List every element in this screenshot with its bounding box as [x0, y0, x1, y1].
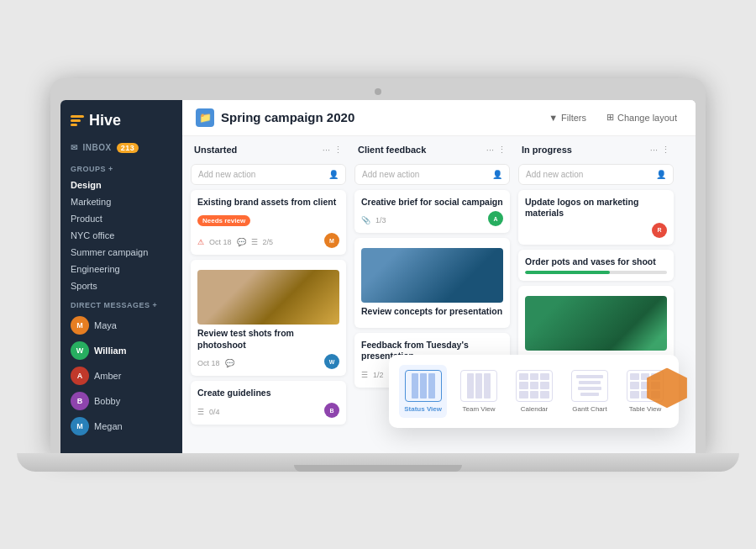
view-icon-team	[460, 370, 497, 402]
view-option-gantt[interactable]: Gantt Chart	[566, 365, 613, 418]
column-header-unstarted: Unstarted ··· ⋮	[191, 145, 346, 159]
card-order-pots[interactable]: Order pots and vases for shoot	[518, 250, 674, 282]
sidebar-nav-design[interactable]: Design	[60, 177, 182, 193]
gc1	[519, 373, 528, 381]
dm-bobby[interactable]: B Bobby	[60, 388, 182, 414]
add-action-label-f: Add new action	[362, 170, 419, 179]
filter-icon: ▼	[549, 113, 558, 123]
gc8	[530, 391, 539, 399]
sidebar-inbox[interactable]: ✉ INBOX 213	[60, 138, 182, 158]
sidebar-nav-product[interactable]: Product	[60, 210, 182, 227]
view-col-1	[412, 373, 418, 399]
add-action-label: Add new action	[198, 170, 255, 179]
avatar-william: W	[71, 341, 89, 360]
card-title-brief: Creative brief for social campaign	[361, 197, 503, 209]
dm-megan[interactable]: M Megan	[60, 414, 182, 439]
sidebar-nav-engineering[interactable]: Engineering	[60, 261, 182, 277]
card-image-photoshoot	[197, 270, 339, 325]
gc3	[540, 373, 549, 381]
dm-section-label: DIRECT MESSAGES +	[60, 294, 182, 313]
gc4	[519, 382, 528, 389]
column-actions-unstarted: ··· ⋮	[323, 145, 343, 156]
column-menu-icon-f[interactable]: ⋮	[497, 145, 507, 156]
dm-bobby-name: Bobby	[94, 396, 120, 406]
dm-amber[interactable]: A Amber	[60, 363, 182, 388]
view-label-gantt: Gantt Chart	[572, 405, 606, 413]
avatar-maya: M	[71, 316, 89, 335]
card-meta-tuesday: ☰ 1/2	[361, 371, 384, 379]
view-grid-calendar	[519, 373, 549, 399]
change-layout-button[interactable]: ⊞ Change layout	[601, 109, 682, 125]
avatar-card7: R	[652, 223, 667, 238]
card-photoshoot[interactable]: Review test shots from photoshoot Oct 18…	[191, 260, 346, 376]
card-footer-brand: ⚠ Oct 18 💬 ☰ 2/5 M	[197, 233, 339, 248]
card-image-list	[525, 296, 667, 351]
logo-bar-1	[71, 115, 84, 118]
progress-bar	[525, 271, 667, 274]
sidebar-nav-summer[interactable]: Summer campaign	[60, 244, 182, 261]
card-image-concepts	[361, 248, 503, 303]
topbar: 📁 Spring campaign 2020 ▼ Filters ⊞ Chang…	[182, 100, 696, 136]
card-concepts[interactable]: Review concepts for presentation	[354, 238, 510, 328]
dm-amber-name: Amber	[94, 371, 121, 381]
view-label-status: Status View	[404, 405, 442, 413]
sidebar-nav-nyc[interactable]: NYC office	[60, 227, 182, 244]
view-col-3	[428, 373, 435, 399]
column-menu-icon-p[interactable]: ⋮	[661, 145, 670, 156]
gc9	[540, 391, 549, 399]
project-title: Spring campaign 2020	[221, 110, 354, 124]
column-more-icon-f[interactable]: ···	[486, 145, 494, 156]
view-option-calendar[interactable]: Calendar	[511, 365, 558, 418]
sidebar-logo: Hive	[60, 100, 182, 138]
card-tag-review: Needs review	[197, 215, 250, 226]
gantt-row4	[580, 393, 599, 396]
sidebar: Hive ✉ INBOX 213 GROUPS + Design Marketi…	[60, 100, 182, 453]
add-action-unstarted[interactable]: Add new action 👤	[191, 164, 346, 185]
filters-button[interactable]: ▼ Filters	[543, 110, 591, 125]
comment-icon-photoshoot: 💬	[225, 359, 234, 367]
attachment-count: 1/3	[375, 216, 386, 224]
view-col-t2	[475, 373, 482, 399]
screen-inner: Hive ✉ INBOX 213 GROUPS + Design Marketi…	[60, 100, 696, 453]
add-action-progress[interactable]: Add new action 👤	[518, 164, 674, 185]
column-menu-icon[interactable]: ⋮	[333, 145, 343, 156]
view-label-calendar: Calendar	[521, 405, 548, 413]
column-more-icon[interactable]: ···	[323, 145, 330, 156]
card-title-photoshoot: Review test shots from photoshoot	[197, 328, 339, 351]
card-meta-brand: ⚠ Oct 18 💬 ☰ 2/5	[197, 238, 273, 246]
dm-maya[interactable]: M Maya	[60, 313, 182, 338]
checklist-icon-tuesday: ☰	[361, 371, 368, 379]
logo-bar-2	[71, 119, 81, 122]
avatar-amber: A	[71, 367, 89, 385]
card-title-concepts: Review concepts for presentation	[361, 306, 503, 318]
inbox-badge: 213	[117, 143, 139, 153]
column-unstarted: Unstarted ··· ⋮ Add new action 👤	[191, 145, 346, 445]
view-option-team[interactable]: Team View	[455, 365, 502, 418]
column-more-icon-p[interactable]: ···	[650, 145, 658, 156]
checklist-count-guidelines: 0/4	[209, 408, 220, 416]
dm-william[interactable]: W William	[60, 338, 182, 363]
attachment-icon: 📎	[361, 216, 370, 224]
card-meta-guidelines: ☰ 0/4	[197, 408, 220, 416]
board-area: Unstarted ··· ⋮ Add new action 👤	[182, 136, 696, 453]
checklist-count: 2/5	[263, 238, 274, 246]
card-meta-brief: 📎 1/3	[361, 216, 386, 224]
card-update-logos[interactable]: Update logos on marketing materials R	[518, 190, 674, 245]
sidebar-nav-sports[interactable]: Sports	[60, 277, 182, 294]
add-action-feedback[interactable]: Add new action 👤	[354, 164, 510, 185]
laptop-wrapper: Hive ✉ INBOX 213 GROUPS + Design Marketi…	[17, 78, 739, 472]
view-icon-calendar	[516, 370, 553, 402]
progress-fill	[525, 271, 610, 274]
card-creative-brief[interactable]: Creative brief for social campaign 📎 1/3…	[354, 190, 510, 234]
card-brand-assets[interactable]: Existing brand assets from client Needs …	[191, 190, 346, 256]
card-title-logos: Update logos on marketing materials	[525, 197, 667, 219]
view-option-status[interactable]: Status View	[399, 365, 447, 418]
gantt-row1	[576, 375, 603, 378]
avatar-card4: A	[488, 211, 503, 226]
column-actions-progress: ··· ⋮	[650, 145, 670, 156]
card-guidelines[interactable]: Create guidelines ☰ 0/4 B	[191, 381, 346, 425]
avatar-megan: M	[71, 417, 89, 436]
groups-section-label: GROUPS +	[60, 158, 182, 177]
sidebar-nav-marketing[interactable]: Marketing	[60, 193, 182, 210]
card-title-pots: Order pots and vases for shoot	[525, 256, 667, 268]
